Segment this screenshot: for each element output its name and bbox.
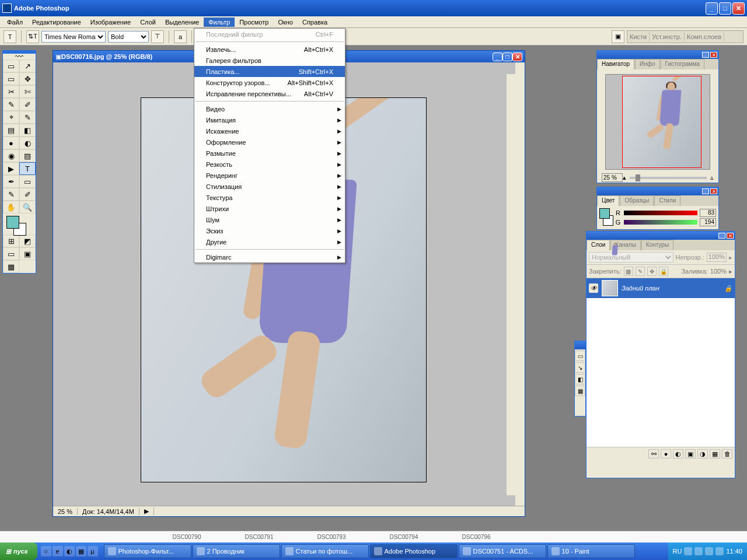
- tray-icon[interactable]: [694, 547, 703, 555]
- file-thumbnail-label[interactable]: DSC00793: [295, 534, 368, 540]
- menu-item[interactable]: Стилизация▶: [194, 181, 345, 192]
- tool-preset-button[interactable]: T: [4, 30, 16, 43]
- zoom-in-icon[interactable]: ▵: [710, 174, 714, 181]
- menu-item[interactable]: Имитация▶: [194, 114, 345, 125]
- tool-mode-button[interactable]: ▦: [3, 260, 19, 273]
- layer-name[interactable]: Задний план: [622, 285, 659, 292]
- collapsed-panel[interactable]: ▭ ↘ ◧ ▦: [574, 341, 586, 416]
- tool-mode-button[interactable]: ▣: [19, 247, 36, 260]
- opacity-arrow-icon[interactable]: ▸: [729, 254, 732, 261]
- menu-изображение[interactable]: Изображение: [86, 18, 135, 27]
- link-layers-button[interactable]: ⚯: [648, 449, 659, 459]
- tool-button[interactable]: ▭: [3, 72, 19, 85]
- system-tray[interactable]: RU 11:40: [668, 542, 747, 560]
- tool-button[interactable]: ✎: [3, 188, 19, 201]
- file-thumbnail-label[interactable]: DSC00790: [151, 534, 223, 540]
- lock-all-button[interactable]: 🔒: [659, 267, 668, 276]
- file-thumbnail-label[interactable]: DSC00794: [368, 534, 440, 540]
- tab-swatches[interactable]: Образцы: [620, 195, 654, 206]
- menu-item[interactable]: Размытие▶: [194, 148, 345, 159]
- menu-item[interactable]: Текстура▶: [194, 192, 345, 203]
- layer-mask-button[interactable]: ◐: [673, 449, 683, 459]
- quicklaunch-icon[interactable]: ○: [41, 546, 51, 556]
- tab-styles[interactable]: Стили: [654, 195, 680, 206]
- tool-button[interactable]: ✂: [3, 85, 19, 98]
- tool-button[interactable]: ⌖: [3, 111, 19, 124]
- tool-mode-button[interactable]: ▭: [3, 247, 19, 260]
- tool-button[interactable]: ✥: [19, 72, 36, 85]
- new-group-button[interactable]: ▣: [685, 449, 696, 459]
- vertical-scrollbar[interactable]: [506, 74, 515, 495]
- menu-справка[interactable]: Справка: [298, 18, 332, 27]
- tab-color[interactable]: Цвет: [597, 195, 619, 206]
- tool-button[interactable]: ✐: [19, 188, 36, 201]
- file-browser-button[interactable]: ▣: [612, 30, 624, 43]
- taskbar-task[interactable]: 10 - Paint: [547, 544, 635, 558]
- panel-minimize-button[interactable]: _: [702, 52, 709, 58]
- menu-item[interactable]: Шум▶: [194, 214, 345, 225]
- tool-button[interactable]: ▨: [19, 149, 36, 162]
- menu-выделение[interactable]: Выделение: [160, 18, 204, 27]
- r-slider[interactable]: [624, 211, 697, 215]
- panel-close-button[interactable]: ✕: [710, 52, 717, 58]
- color-swatches[interactable]: [599, 208, 615, 232]
- menu-item[interactable]: Видео▶: [194, 103, 345, 114]
- tab-histogram[interactable]: Гистограмма: [661, 59, 705, 69]
- g-value[interactable]: 194: [700, 218, 716, 226]
- doc-size-info[interactable]: Док: 14,4M/14,4M: [78, 508, 139, 515]
- menu-item[interactable]: Конструктор узоров...Alt+Shift+Ctrl+X: [194, 77, 345, 88]
- menu-item[interactable]: Резкость▶: [194, 159, 345, 170]
- tool-mode-button[interactable]: ◩: [19, 235, 36, 247]
- tool-button[interactable]: ✋: [3, 201, 19, 214]
- adjustment-layer-button[interactable]: ◑: [697, 449, 708, 459]
- font-family-select[interactable]: Times New Roman: [41, 31, 106, 43]
- menu-просмотр[interactable]: Просмотр: [235, 18, 273, 27]
- layer-thumbnail[interactable]: [602, 280, 618, 296]
- lock-transparency-button[interactable]: ▦: [624, 267, 633, 276]
- menu-item[interactable]: Галерея фильтров: [194, 55, 345, 66]
- menu-item[interactable]: Другие▶: [194, 236, 345, 247]
- panel-close-button[interactable]: ✕: [727, 233, 734, 239]
- tab-layers[interactable]: Слои: [587, 240, 610, 250]
- quicklaunch-icon[interactable]: μ: [88, 546, 98, 556]
- panel-minimize-button[interactable]: _: [718, 233, 725, 239]
- tool-button[interactable]: ◐: [19, 136, 36, 149]
- status-menu-arrow[interactable]: ▶: [139, 508, 154, 515]
- orientation-toggle-button[interactable]: ⇅T: [26, 30, 39, 43]
- foreground-color-swatch[interactable]: [6, 216, 19, 229]
- collapsed-icon[interactable]: ↘: [575, 362, 585, 373]
- font-size-button[interactable]: ⊤: [151, 30, 164, 43]
- window-close-button[interactable]: ✕: [732, 2, 745, 15]
- tray-icon[interactable]: [715, 547, 724, 555]
- taskbar-task[interactable]: Photoshop-Фильт...: [104, 544, 191, 558]
- taskbar-task[interactable]: 2 Проводник: [193, 544, 280, 558]
- tool-button[interactable]: ●: [3, 136, 19, 149]
- quicklaunch-icon[interactable]: ◐: [64, 546, 75, 556]
- menu-item[interactable]: Digimarc▶: [194, 251, 345, 262]
- tool-button[interactable]: ◧: [19, 124, 36, 136]
- navigator-zoom-value[interactable]: 25 %: [602, 173, 623, 182]
- window-maximize-button[interactable]: □: [719, 2, 731, 15]
- doc-minimize-button[interactable]: _: [493, 52, 502, 61]
- menu-item[interactable]: Оформление▶: [194, 136, 345, 148]
- tool-button[interactable]: ▭: [19, 175, 36, 188]
- start-button[interactable]: ⊞ пуск: [0, 542, 37, 560]
- navigator-zoom-slider[interactable]: [630, 177, 707, 179]
- g-slider[interactable]: [624, 220, 697, 225]
- taskbar-task[interactable]: Adobe Photoshop: [370, 544, 458, 558]
- menu-item[interactable]: Исправление перспективы...Alt+Ctrl+V: [194, 88, 345, 99]
- tab-info[interactable]: Инфо: [635, 59, 660, 69]
- layer-visibility-toggle[interactable]: 👁: [589, 284, 598, 293]
- lock-pixels-button[interactable]: ✎: [636, 267, 645, 276]
- menu-item[interactable]: Штрихи▶: [194, 203, 345, 214]
- tool-button[interactable]: ◉: [3, 149, 19, 162]
- tool-button[interactable]: ↗: [19, 60, 36, 72]
- taskbar-task[interactable]: Статьи по фотош...: [281, 544, 369, 558]
- quicklaunch-icon[interactable]: ▦: [76, 546, 86, 556]
- delete-layer-button[interactable]: 🗑: [722, 449, 732, 459]
- panel-minimize-button[interactable]: _: [702, 188, 709, 194]
- menu-слой[interactable]: Слой: [135, 18, 160, 27]
- blend-mode-select[interactable]: Нормальный: [589, 252, 673, 262]
- fill-value[interactable]: 100%: [710, 268, 727, 275]
- tool-button[interactable]: ✎: [19, 111, 36, 124]
